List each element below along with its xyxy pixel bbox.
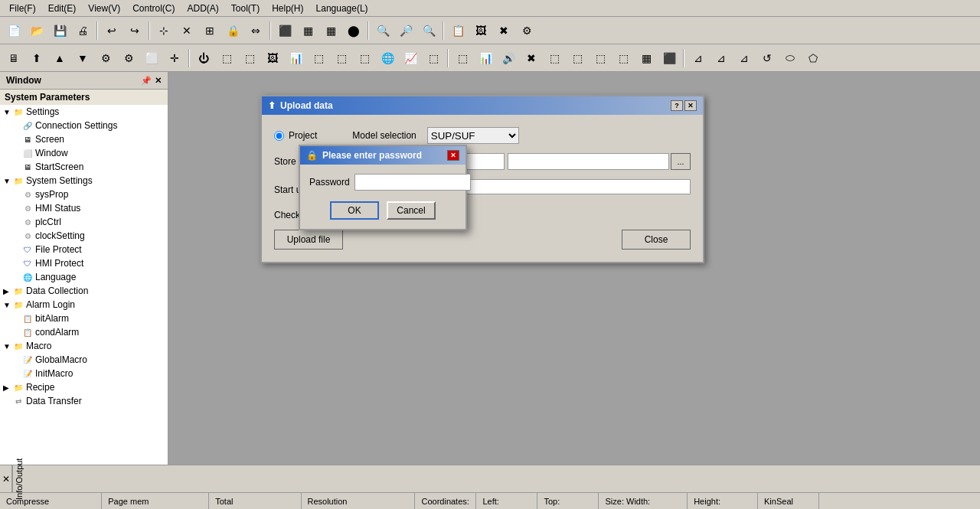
cancel-button[interactable]: Cancel: [387, 201, 436, 220]
sidebar-item-globalmacro[interactable]: 📝 GlobalMacro: [0, 353, 168, 367]
new-btn[interactable]: 📄: [3, 20, 24, 41]
align3-btn[interactable]: ▦: [320, 20, 341, 41]
expand-macro[interactable]: ▼: [3, 342, 12, 351]
sidebar-close-icon[interactable]: ✕: [155, 76, 162, 86]
menu-tool[interactable]: Tool(T): [225, 2, 266, 15]
menu-control[interactable]: Control(C): [126, 2, 181, 15]
copy-btn[interactable]: 📋: [447, 20, 469, 41]
menu-language[interactable]: Language(L): [310, 2, 374, 15]
menu-add[interactable]: ADD(A): [181, 2, 225, 15]
t2-6[interactable]: ⚙: [118, 47, 139, 69]
flip-btn[interactable]: ⇔: [245, 20, 266, 41]
circle-btn[interactable]: ⬤: [343, 20, 364, 41]
t2-10[interactable]: ⬚: [216, 47, 237, 69]
sidebar-item-language[interactable]: 🌐 Language: [0, 270, 168, 284]
t2-11[interactable]: ⬚: [239, 47, 260, 69]
delete-btn[interactable]: ✖: [493, 20, 514, 41]
t2-18[interactable]: 📈: [400, 47, 421, 69]
img-btn[interactable]: 🖼: [470, 20, 492, 41]
save-btn[interactable]: 💾: [49, 20, 70, 41]
t2-35[interactable]: ⬠: [802, 47, 824, 69]
sidebar-item-alarm-login[interactable]: ▼ 📁 Alarm Login: [0, 298, 168, 312]
project-radio[interactable]: [274, 131, 284, 141]
sidebar-item-startscreen[interactable]: 🖥 StartScreen: [0, 160, 168, 174]
sidebar-item-plcctrl[interactable]: ⚙ plcCtrl: [0, 215, 168, 229]
t2-27[interactable]: ⬚: [612, 47, 634, 69]
sidebar-item-sysprop[interactable]: ⚙ sysProp: [0, 188, 168, 201]
t2-32[interactable]: ⊿: [733, 47, 755, 69]
expand-settings[interactable]: ▼: [3, 108, 12, 116]
t2-30[interactable]: ⊿: [688, 47, 709, 69]
print-btn[interactable]: 🖨: [72, 20, 93, 41]
search-btn[interactable]: 🔍: [372, 20, 394, 41]
model-selection-dropdown[interactable]: SUP/SUF: [427, 127, 519, 144]
sidebar-pin-icon[interactable]: 📌: [141, 76, 152, 86]
store-path-input2[interactable]: [508, 153, 669, 170]
deselect-btn[interactable]: ✕: [176, 20, 198, 41]
t2-23[interactable]: ✖: [521, 47, 542, 69]
t2-5[interactable]: ⚙: [95, 47, 116, 69]
expand-datacollection[interactable]: ▶: [3, 287, 12, 295]
undo-btn[interactable]: ↩: [101, 20, 122, 41]
sidebar-item-macro[interactable]: ▼ 📁 Macro: [0, 339, 168, 353]
lock-btn[interactable]: 🔒: [222, 20, 243, 41]
t2-17[interactable]: 🌐: [377, 47, 398, 69]
sidebar-item-data-collection[interactable]: ▶ 📁 Data Collection: [0, 284, 168, 298]
t2-7[interactable]: ⬜: [141, 47, 162, 69]
sidebar-item-bitalarm[interactable]: 📋 bitAlarm: [0, 312, 168, 325]
sidebar-item-data-transfer[interactable]: ⇄ Data Transfer: [0, 394, 168, 408]
menu-view[interactable]: View(V): [82, 2, 126, 15]
t2-28[interactable]: ▦: [635, 47, 657, 69]
t2-33[interactable]: ↺: [756, 47, 778, 69]
output-tab[interactable]: Info/Output: [12, 465, 24, 492]
t2-13[interactable]: 📊: [285, 47, 306, 69]
t2-16[interactable]: ⬚: [354, 47, 375, 69]
upload-file-btn[interactable]: Upload file: [274, 230, 343, 250]
sidebar-item-hmi-protect[interactable]: 🛡 HMI Protect: [0, 256, 168, 270]
redo-btn[interactable]: ↪: [124, 20, 145, 41]
expand-recipe[interactable]: ▶: [3, 383, 12, 392]
menu-edit[interactable]: Edit(E): [42, 2, 83, 15]
t2-2[interactable]: ⬆: [26, 47, 47, 69]
t2-25[interactable]: ⬚: [567, 47, 588, 69]
t2-9[interactable]: ⏻: [193, 47, 214, 69]
t2-29[interactable]: ⬛: [658, 47, 680, 69]
menu-file[interactable]: File(F): [3, 2, 42, 15]
t2-4[interactable]: ▼: [72, 47, 93, 69]
sidebar-item-clocksetting[interactable]: ⚙ clockSetting: [0, 229, 168, 243]
expand-alarmlogin[interactable]: ▼: [3, 301, 12, 309]
expand-syssettings[interactable]: ▼: [3, 177, 12, 185]
sidebar-item-settings[interactable]: ▼ 📁 Settings: [0, 105, 168, 119]
output-close-btn[interactable]: ✕: [0, 465, 12, 492]
t2-14[interactable]: ⬚: [308, 47, 329, 69]
menu-help[interactable]: Help(H): [266, 2, 309, 15]
t2-24[interactable]: ⬚: [544, 47, 565, 69]
sidebar-item-hmistatus[interactable]: ⚙ HMI Status: [0, 201, 168, 215]
t2-22[interactable]: 🔊: [498, 47, 519, 69]
sidebar-item-connection-settings[interactable]: 🔗 Connection Settings: [0, 119, 168, 132]
t2-3[interactable]: ▲: [49, 47, 70, 69]
t2-31[interactable]: ⊿: [710, 47, 732, 69]
select-btn[interactable]: ⊹: [153, 20, 175, 41]
sidebar-item-file-protect[interactable]: 🛡 File Protect: [0, 243, 168, 256]
t2-12[interactable]: 🖼: [262, 47, 283, 69]
align2-btn[interactable]: ▦: [297, 20, 318, 41]
sidebar-item-condalarm[interactable]: 📋 condAlarm: [0, 325, 168, 339]
sidebar-item-screen[interactable]: 🖥 Screen: [0, 132, 168, 146]
t2-21[interactable]: 📊: [475, 47, 496, 69]
zoom-in-btn[interactable]: 🔎: [395, 20, 416, 41]
upload-dialog-close-btn[interactable]: ✕: [684, 100, 697, 111]
close-upload-btn[interactable]: Close: [622, 230, 691, 250]
t2-34[interactable]: ⬭: [779, 47, 801, 69]
password-dialog-close-btn[interactable]: ✕: [447, 150, 459, 161]
upload-dialog-help-btn[interactable]: ?: [671, 100, 683, 111]
t2-8[interactable]: ✛: [164, 47, 185, 69]
settings2-btn[interactable]: ⚙: [516, 20, 537, 41]
align-btn[interactable]: ⬛: [274, 20, 296, 41]
t2-26[interactable]: ⬚: [590, 47, 611, 69]
ok-button[interactable]: OK: [330, 201, 379, 220]
t2-20[interactable]: ⬚: [452, 47, 473, 69]
t2-15[interactable]: ⬚: [331, 47, 352, 69]
password-input[interactable]: [354, 174, 471, 191]
sidebar-item-recipe[interactable]: ▶ 📁 Recipe: [0, 380, 168, 394]
